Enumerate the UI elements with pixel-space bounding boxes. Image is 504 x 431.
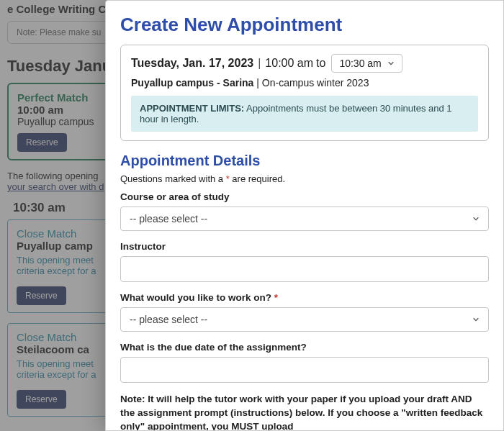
upload-field: Note: It will help the tutor work with y… <box>120 393 489 431</box>
start-time: 10:00 am <box>265 57 313 70</box>
modal-title: Create New Appointment <box>120 14 489 36</box>
chevron-down-icon <box>472 316 480 323</box>
work-select[interactable]: -- please select -- <box>120 307 489 332</box>
required-note: Questions marked with a * are required. <box>120 173 489 184</box>
due-date-input[interactable] <box>120 357 489 383</box>
due-date-field: What is the due date of the assignment? <box>120 342 489 383</box>
appointment-limits-banner: APPOINTMENT LIMITS: Appointments must be… <box>131 96 478 132</box>
location-name: Puyallup campus - Sarina <box>131 77 253 89</box>
course-field: Course or area of study -- please select… <box>120 191 489 231</box>
end-time-value: 10:30 am <box>339 58 381 69</box>
work-field: What would you like to work on? * -- ple… <box>120 292 489 332</box>
end-time-select[interactable]: 10:30 am <box>331 54 402 73</box>
due-date-label: What is the due date of the assignment? <box>120 342 489 353</box>
schedule-name: On-campus winter 2023 <box>262 77 369 89</box>
chevron-down-icon <box>472 215 480 222</box>
chevron-down-icon <box>387 60 395 67</box>
to-label: to <box>316 57 325 70</box>
appointment-details-heading: Appointment Details <box>120 153 489 169</box>
date-time-row: Tuesday, Jan. 17, 2023 | 10:00 am to 10:… <box>131 54 478 73</box>
instructor-input[interactable] <box>120 256 489 282</box>
appointment-summary-panel: Tuesday, Jan. 17, 2023 | 10:00 am to 10:… <box>120 45 489 141</box>
instructor-label: Instructor <box>120 241 489 252</box>
course-select[interactable]: -- please select -- <box>120 207 489 231</box>
upload-note: Note: It will help the tutor work with y… <box>120 393 489 431</box>
limits-label: APPOINTMENT LIMITS: <box>140 103 244 114</box>
create-appointment-modal: Create New Appointment Tuesday, Jan. 17,… <box>105 0 504 431</box>
instructor-field: Instructor <box>120 241 489 282</box>
location-row: Puyallup campus - Sarina | On-campus win… <box>131 77 478 89</box>
work-label: What would you like to work on? * <box>120 292 489 303</box>
course-label: Course or area of study <box>120 191 489 202</box>
appointment-date: Tuesday, Jan. 17, 2023 <box>131 57 253 70</box>
